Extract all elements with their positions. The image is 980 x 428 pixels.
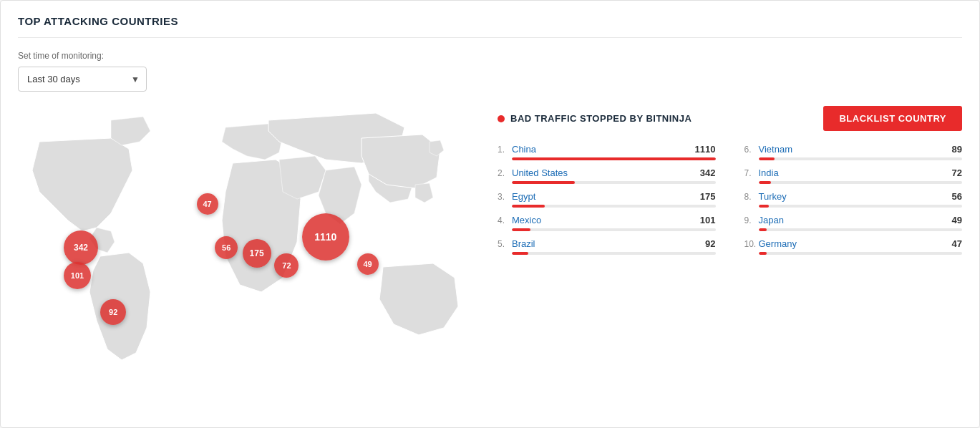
bar-turkey — [759, 205, 963, 208]
list-item: 1. China 1110 — [498, 144, 716, 160]
stats-section: BAD TRAFFIC STOPPED BY BITNINJA BLACKLIS… — [476, 99, 962, 385]
list-item: 7. India 72 — [744, 167, 963, 184]
world-map-section: 342 101 92 47 56 175 72 1110 49 — [18, 99, 476, 385]
rank-india: 7. — [744, 168, 759, 178]
country-name-japan[interactable]: Japan — [759, 215, 934, 225]
stats-title-text: BAD TRAFFIC STOPPED BY BITNINJA — [510, 113, 692, 124]
list-item: 2. United States 342 — [498, 167, 716, 184]
country-count-turkey: 56 — [933, 191, 962, 202]
time-filter-section: Set time of monitoring: Last 24 hours La… — [18, 51, 962, 92]
bubble-usa[interactable]: 342 — [64, 230, 98, 265]
country-name-brazil[interactable]: Brazil — [512, 238, 687, 249]
rank-vietnam: 6. — [744, 145, 759, 155]
bubble-africa[interactable]: 56 — [215, 236, 238, 259]
bar-germany — [759, 252, 963, 255]
red-dot-icon — [498, 115, 505, 122]
rank-turkey: 8. — [744, 192, 759, 202]
filter-label: Set time of monitoring: — [18, 51, 962, 61]
country-count-japan: 49 — [933, 215, 962, 225]
country-name-turkey[interactable]: Turkey — [759, 191, 934, 202]
rank-mexico: 4. — [498, 215, 512, 225]
country-count-china: 1110 — [687, 144, 716, 155]
country-row-brazil: 5. Brazil 92 — [498, 238, 716, 249]
country-row-egypt: 3. Egypt 175 — [498, 191, 716, 202]
blacklist-country-button[interactable]: BLACKLIST COUNTRY — [823, 106, 962, 131]
bar-japan — [759, 228, 963, 231]
country-name-germany[interactable]: Germany — [759, 238, 934, 249]
country-count-vietnam: 89 — [933, 144, 962, 155]
country-name-us[interactable]: United States — [512, 167, 687, 178]
bar-egypt — [512, 205, 716, 208]
rank-japan: 9. — [744, 215, 759, 225]
page-title: TOP ATTACKING COUNTRIES — [18, 15, 962, 38]
bubble-europe[interactable]: 47 — [197, 193, 218, 215]
rank-us: 2. — [498, 168, 512, 178]
country-name-vietnam[interactable]: Vietnam — [759, 144, 934, 155]
list-item: 5. Brazil 92 — [498, 238, 716, 255]
list-item: 10. Germany 47 — [744, 238, 963, 255]
left-country-list: 1. China 1110 2. United States 342 — [498, 144, 716, 262]
time-filter-select[interactable]: Last 24 hours Last 7 days Last 30 days L… — [18, 67, 147, 92]
country-row-india: 7. India 72 — [744, 167, 963, 178]
bubble-brazil[interactable]: 92 — [100, 299, 126, 325]
bubble-mexico[interactable]: 101 — [64, 262, 91, 289]
country-count-india: 72 — [933, 167, 962, 178]
list-item: 8. Turkey 56 — [744, 191, 963, 208]
country-name-egypt[interactable]: Egypt — [512, 191, 687, 202]
countries-grid: 1. China 1110 2. United States 342 — [498, 144, 962, 262]
stats-header: BAD TRAFFIC STOPPED BY BITNINJA BLACKLIS… — [498, 106, 962, 131]
time-filter-wrapper: Last 24 hours Last 7 days Last 30 days L… — [18, 67, 147, 92]
country-count-egypt: 175 — [687, 191, 716, 202]
main-card: TOP ATTACKING COUNTRIES Set time of moni… — [0, 0, 980, 428]
country-row-vietnam: 6. Vietnam 89 — [744, 144, 963, 155]
list-item: 6. Vietnam 89 — [744, 144, 963, 160]
country-name-mexico[interactable]: Mexico — [512, 215, 687, 225]
rank-china: 1. — [498, 145, 512, 155]
country-row-us: 2. United States 342 — [498, 167, 716, 178]
country-count-mexico: 101 — [687, 215, 716, 225]
bar-brazil — [512, 252, 716, 255]
country-name-china[interactable]: China — [512, 144, 687, 155]
bubble-vietnam[interactable]: 49 — [357, 253, 379, 275]
bubble-egypt[interactable]: 175 — [243, 239, 271, 268]
country-row-germany: 10. Germany 47 — [744, 238, 963, 249]
country-count-germany: 47 — [933, 238, 962, 249]
bar-india — [759, 181, 963, 184]
country-row-mexico: 4. Mexico 101 — [498, 215, 716, 225]
country-row-china: 1. China 1110 — [498, 144, 716, 155]
bubble-china[interactable]: 1110 — [302, 213, 349, 261]
list-item: 9. Japan 49 — [744, 215, 963, 231]
main-content: 342 101 92 47 56 175 72 1110 49 BAD TRAF… — [18, 99, 962, 385]
rank-germany: 10. — [744, 239, 759, 249]
country-row-turkey: 8. Turkey 56 — [744, 191, 963, 202]
bar-china — [512, 157, 716, 160]
list-item: 3. Egypt 175 — [498, 191, 716, 208]
stats-title-container: BAD TRAFFIC STOPPED BY BITNINJA — [498, 113, 692, 124]
bar-mexico — [512, 228, 716, 231]
country-row-japan: 9. Japan 49 — [744, 215, 963, 225]
rank-brazil: 5. — [498, 239, 512, 249]
bar-us — [512, 181, 716, 184]
rank-egypt: 3. — [498, 192, 512, 202]
country-name-india[interactable]: India — [759, 167, 934, 178]
list-item: 4. Mexico 101 — [498, 215, 716, 231]
country-count-us: 342 — [687, 167, 716, 178]
bar-vietnam — [759, 157, 963, 160]
country-count-brazil: 92 — [687, 238, 716, 249]
right-country-list: 6. Vietnam 89 7. India 72 — [744, 144, 963, 262]
